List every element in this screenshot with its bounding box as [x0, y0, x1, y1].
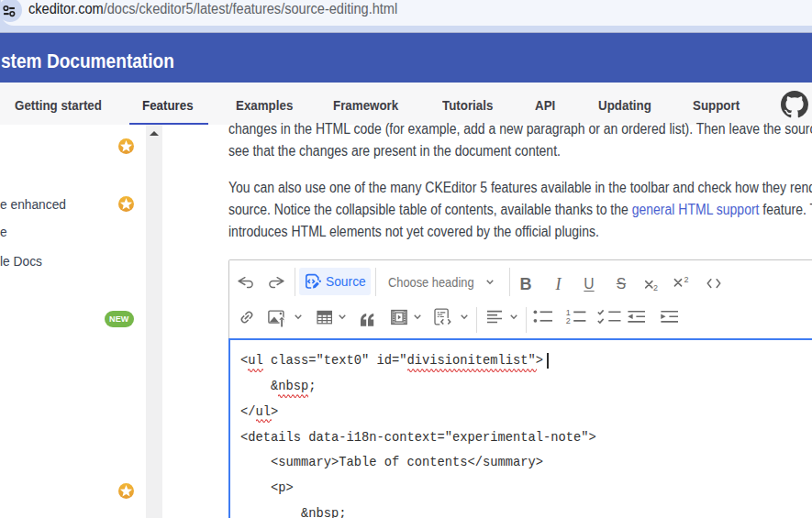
svg-text:1: 1	[566, 308, 571, 317]
svg-text:2: 2	[566, 316, 571, 325]
svg-text:2: 2	[684, 275, 689, 284]
svg-text:2: 2	[653, 283, 658, 292]
